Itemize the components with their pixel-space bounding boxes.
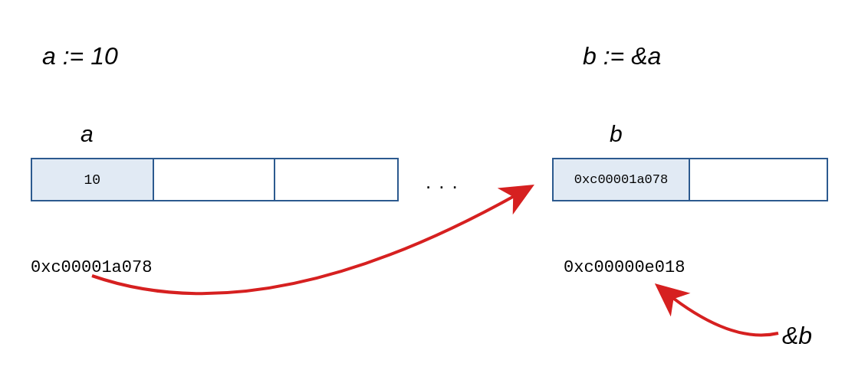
declaration-b: b := &a	[583, 42, 661, 70]
memory-cell-b-value: 0xc00001a078	[554, 159, 690, 200]
ellipsis: ...	[426, 170, 465, 194]
address-b: 0xc00000e018	[564, 258, 685, 277]
memory-cell-empty	[690, 159, 827, 200]
variable-label-a: a	[81, 121, 94, 147]
memory-cell-empty	[154, 159, 276, 200]
memory-cell-empty	[275, 159, 397, 200]
variable-label-b: b	[610, 121, 623, 147]
pointer-arrow-amp-b	[629, 276, 805, 352]
address-a: 0xc00001a078	[31, 258, 152, 277]
declaration-a: a := 10	[42, 42, 118, 70]
amp-b-label: &b	[782, 322, 812, 350]
memory-block-b: 0xc00001a078	[552, 158, 828, 201]
memory-block-a: 10	[31, 158, 399, 201]
memory-cell-a-value: 10	[32, 159, 154, 200]
